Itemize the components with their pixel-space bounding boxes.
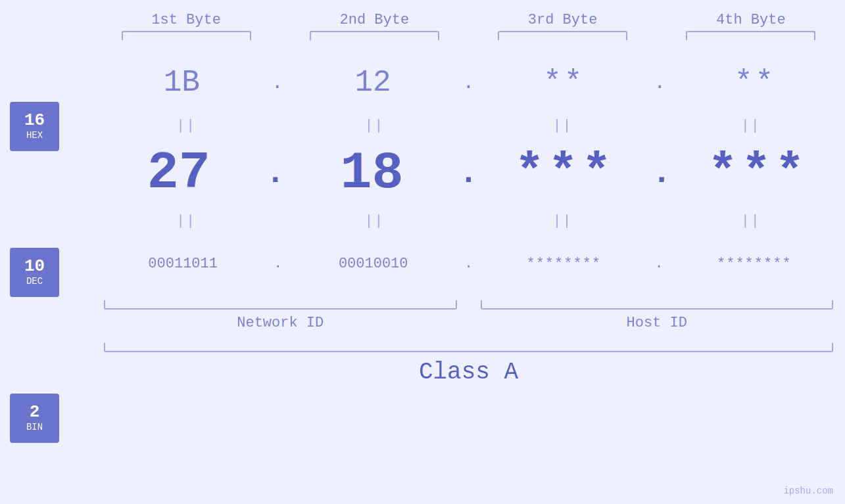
hex-badge: 16 HEX xyxy=(10,102,59,151)
dec-byte1-cell: 27 xyxy=(92,143,266,203)
bottom-bracket-row xyxy=(92,300,845,309)
bin-dot3: . xyxy=(654,256,663,272)
top-bracket-2 xyxy=(310,31,439,40)
hex-dot3: . xyxy=(654,72,665,94)
host-bracket-wrapper xyxy=(469,300,846,309)
sep-cell-2-2: || xyxy=(280,213,468,229)
hex-byte1-cell: 1B xyxy=(92,66,272,100)
hex-dot1: . xyxy=(272,72,283,94)
equals-1-4: || xyxy=(741,118,761,134)
bracket-cell-3 xyxy=(469,31,657,40)
host-bottom-bracket xyxy=(481,300,834,309)
main-container: 1st Byte 2nd Byte 3rd Byte 4th Byte 16 H… xyxy=(0,0,845,504)
bin-byte4-cell: ******** xyxy=(664,256,845,272)
bin-row: 00011011 . 00010010 . ******** . *******… xyxy=(92,231,845,296)
dec-badge: 10 DEC xyxy=(10,248,59,297)
sep-cell-1-2: || xyxy=(280,118,468,134)
dec-byte4-cell: *** xyxy=(671,145,845,201)
sep-cell-2-1: || xyxy=(92,213,280,229)
bin-dot2: . xyxy=(464,256,473,272)
network-id-label: Network ID xyxy=(92,315,469,331)
hex-byte4-val: ** xyxy=(735,66,776,100)
hex-name: HEX xyxy=(26,130,43,141)
id-label-row: Network ID Host ID xyxy=(92,315,845,331)
top-bracket-3 xyxy=(498,31,627,40)
bin-byte3-cell: ******** xyxy=(473,256,654,272)
bin-byte2-val: 00010010 xyxy=(339,256,408,272)
hex-byte1-val: 1B xyxy=(164,66,200,100)
host-id-label: Host ID xyxy=(469,315,846,331)
equals-2-3: || xyxy=(552,213,572,229)
dec-byte4-val: *** xyxy=(708,145,809,201)
dec-dot1: . xyxy=(266,154,285,192)
top-bracket-4 xyxy=(686,31,815,40)
base-labels: 16 HEX 10 DEC 2 BIN xyxy=(10,40,59,504)
footer: ipshu.com xyxy=(783,486,833,496)
dec-byte1-val: 27 xyxy=(147,143,210,203)
byte2-label: 2nd Byte xyxy=(280,12,468,28)
bracket-cell-2 xyxy=(280,31,468,40)
bin-badge: 2 BIN xyxy=(10,394,59,443)
byte3-label: 3rd Byte xyxy=(469,12,657,28)
dec-row: 27 . 18 . *** . *** xyxy=(92,135,845,211)
hex-byte4-cell: ** xyxy=(665,66,845,100)
dec-byte2-cell: 18 xyxy=(285,143,459,203)
sep-cell-1-4: || xyxy=(657,118,845,134)
byte1-label: 1st Byte xyxy=(92,12,280,28)
equals-2-4: || xyxy=(741,213,761,229)
hex-row: 1B . 12 . ** . ** xyxy=(92,50,845,116)
bin-byte4-val: ******** xyxy=(717,256,792,272)
byte4-label: 4th Byte xyxy=(657,12,845,28)
sep-row-2: || || || || xyxy=(92,211,845,231)
dec-num: 10 xyxy=(24,258,45,275)
class-bracket-wrapper xyxy=(92,343,845,352)
net-bracket-wrapper xyxy=(92,300,469,309)
top-bracket-row xyxy=(0,31,845,40)
bin-byte1-val: 00011011 xyxy=(148,256,218,272)
hex-byte2-cell: 12 xyxy=(283,66,463,100)
class-label: Class A xyxy=(92,359,845,386)
bin-byte2-cell: 00010010 xyxy=(283,256,464,272)
dec-byte2-val: 18 xyxy=(341,143,404,203)
sep-cell-1-1: || xyxy=(92,118,280,134)
hex-byte3-cell: ** xyxy=(475,66,654,100)
dec-byte3-cell: *** xyxy=(479,145,652,201)
sep-row-1: || || || || xyxy=(92,116,845,135)
rows-container: 1B . 12 . ** . ** || || || || xyxy=(0,40,845,504)
equals-1-2: || xyxy=(364,118,384,134)
dec-dot2: . xyxy=(458,154,478,192)
top-bracket-1 xyxy=(122,31,251,40)
dec-dot3: . xyxy=(652,154,671,192)
equals-2-2: || xyxy=(364,213,384,229)
sep-cell-2-3: || xyxy=(469,213,657,229)
equals-2-1: || xyxy=(176,213,196,229)
sep-cell-1-3: || xyxy=(469,118,657,134)
bin-dot1: . xyxy=(274,256,282,272)
bin-name: BIN xyxy=(26,422,43,432)
hex-dot2: . xyxy=(462,72,474,94)
header-row: 1st Byte 2nd Byte 3rd Byte 4th Byte xyxy=(0,0,845,28)
bracket-cell-4 xyxy=(657,31,845,40)
dec-name: DEC xyxy=(26,276,43,286)
sep-cell-2-4: || xyxy=(657,213,845,229)
equals-1-3: || xyxy=(552,118,572,134)
equals-1-1: || xyxy=(176,118,196,134)
hex-byte3-val: ** xyxy=(543,66,585,100)
hex-byte2-val: 12 xyxy=(355,66,391,100)
bin-byte3-val: ******** xyxy=(526,256,601,272)
hex-num: 16 xyxy=(24,112,45,129)
class-bottom-bracket xyxy=(104,343,833,352)
bracket-cell-1 xyxy=(92,31,280,40)
net-bottom-bracket xyxy=(104,300,457,309)
dec-byte3-val: *** xyxy=(515,145,616,201)
bin-byte1-cell: 00011011 xyxy=(92,256,274,272)
bin-num: 2 xyxy=(30,403,40,421)
